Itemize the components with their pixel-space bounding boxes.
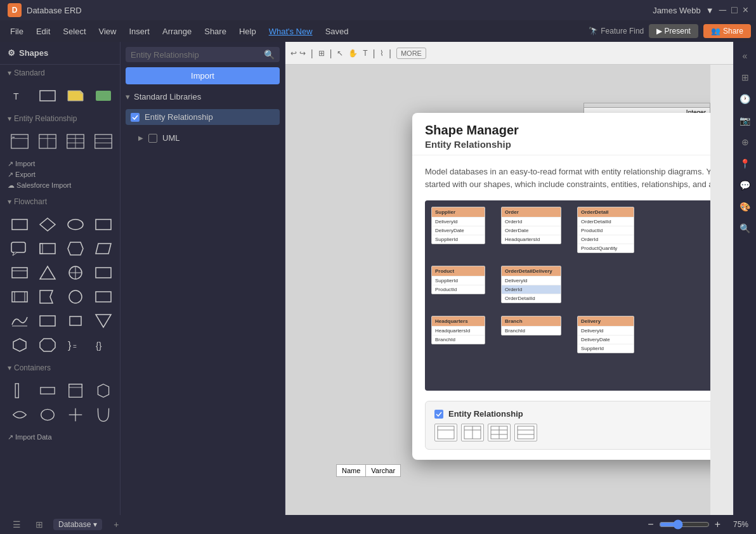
lib-item-er[interactable]: Entity Relationship — [126, 109, 280, 125]
pointer-btn[interactable]: ↖ — [337, 49, 343, 58]
present-button[interactable]: ▶ Present — [649, 24, 698, 38]
fc-shape-flag[interactable] — [36, 286, 60, 308]
search-input[interactable] — [131, 50, 260, 60]
fc-shape-rect[interactable] — [8, 214, 32, 235]
cont-shape-8[interactable] — [91, 404, 115, 426]
er-shape-3[interactable] — [63, 131, 88, 152]
search-panel-btn[interactable]: 🔍 — [736, 219, 754, 237]
sidebar-section-er[interactable]: ▾ Entity Relationship — [0, 110, 120, 127]
hand-btn[interactable]: ✋ — [348, 49, 358, 58]
uml-checkbox[interactable] — [148, 134, 157, 143]
menu-insert[interactable]: Insert — [124, 24, 155, 39]
fc-shape-circ2[interactable] — [63, 286, 88, 308]
undo-btn[interactable]: ↩ — [290, 49, 297, 58]
cont-shape-3[interactable] — [63, 380, 88, 401]
fc-shape-circle[interactable] — [63, 262, 88, 283]
menu-edit[interactable]: Edit — [31, 24, 55, 39]
canvas-area[interactable]: ↩ ↪ | ⊞ | ↖ ✋ T | ⌇ | MORE Integer — [285, 42, 733, 534]
camera-btn[interactable]: 📷 — [736, 112, 754, 129]
export-btn[interactable]: ↗ Export — [8, 171, 112, 179]
sidebar-section-flowchart[interactable]: ▾ Flowchart — [0, 193, 120, 210]
menu-whats-new[interactable]: What's New — [264, 24, 318, 39]
maximize-btn[interactable]: □ — [731, 4, 738, 16]
menu-share[interactable]: Share — [199, 24, 231, 39]
fc-shape-rect8[interactable] — [36, 310, 60, 332]
minimize-btn[interactable]: ─ — [719, 4, 726, 16]
menu-help[interactable]: Help — [234, 24, 261, 39]
er-shape-1[interactable]: ▬ — [8, 131, 32, 152]
fc-shape-oct[interactable] — [36, 334, 60, 356]
zoom-fit-btn[interactable]: ⊞ — [318, 49, 325, 58]
shape-green-rect[interactable] — [91, 85, 115, 107]
fc-shape-tri2[interactable] — [91, 310, 115, 332]
shape-text[interactable]: T — [8, 85, 32, 107]
text-btn[interactable]: T — [363, 49, 367, 58]
menu-file[interactable]: File — [5, 24, 29, 39]
divider4: | — [389, 48, 391, 58]
fc-shape-rect7[interactable] — [91, 286, 115, 308]
fc-shape-tri[interactable] — [36, 262, 60, 283]
clock-btn[interactable]: 🕐 — [736, 90, 754, 108]
shape-rect[interactable] — [36, 85, 60, 107]
fc-shape-brace1[interactable]: }= — [63, 334, 88, 356]
add-page-btn[interactable]: + — [107, 516, 125, 533]
fc-shape-para[interactable] — [91, 238, 115, 259]
cont-shape-5[interactable] — [8, 404, 32, 426]
zoom-slider[interactable] — [659, 519, 710, 530]
redo-btn[interactable]: ↪ — [299, 49, 306, 58]
import-data-btn[interactable]: ↗ Import Data — [8, 433, 112, 441]
import-btn[interactable]: ↗ Import — [8, 160, 112, 168]
sidebar-section-containers[interactable]: ▾ Containers — [0, 360, 120, 376]
search-icon[interactable]: 🔍 — [264, 49, 275, 60]
database-selector[interactable]: Database ▾ — [53, 519, 102, 530]
fc-shape-wave[interactable] — [8, 310, 32, 332]
list-view-btn[interactable]: ☰ — [8, 516, 25, 533]
fc-shape-hex2[interactable] — [8, 334, 32, 356]
menu-select[interactable]: Select — [58, 24, 91, 39]
location-btn[interactable]: 📍 — [736, 155, 754, 173]
fc-shape-rect2[interactable] — [91, 214, 115, 235]
share-button[interactable]: 👥 Share — [703, 24, 751, 38]
canvas-content[interactable]: Integer Varchar 1..* 1..* Name Varchar — [285, 65, 710, 515]
grid-view-btn[interactable]: ⊞ — [30, 516, 48, 533]
feature-find[interactable]: 🔭 Feature Find — [589, 27, 644, 36]
zoom-out-btn[interactable]: − — [648, 519, 653, 530]
cont-shape-4[interactable] — [91, 380, 115, 401]
menu-arrange[interactable]: Arrange — [157, 24, 197, 39]
shape-note[interactable] — [63, 85, 88, 107]
import-shape-btn[interactable]: Import — [126, 67, 280, 84]
more-btn[interactable]: MORE — [396, 48, 426, 59]
format-btn[interactable]: ⊞ — [736, 68, 754, 86]
fc-shape-sq[interactable] — [63, 310, 88, 332]
close-btn[interactable]: × — [743, 4, 748, 16]
cont-shape-6[interactable] — [36, 404, 60, 426]
collapse-panel-btn[interactable]: « — [736, 47, 754, 65]
cont-shape-7[interactable] — [63, 404, 88, 426]
fc-shape-rect6[interactable] — [8, 286, 32, 308]
fc-shape-rect3[interactable] — [36, 238, 60, 259]
comment-btn[interactable]: 💬 — [736, 176, 754, 194]
fc-shape-oval[interactable] — [63, 214, 88, 235]
fc-shape-brace2[interactable]: {} — [91, 334, 115, 356]
style-btn[interactable]: 🎨 — [736, 198, 754, 216]
fc-shape-hex[interactable] — [63, 238, 88, 259]
salesforce-btn[interactable]: ☁ Salesforce Import — [8, 181, 112, 190]
er-checkbox[interactable] — [131, 113, 140, 122]
menu-view[interactable]: View — [94, 24, 122, 39]
footer-checkbox[interactable] — [434, 410, 443, 419]
fc-shape-chat[interactable] — [8, 238, 32, 259]
cont-shape-2[interactable] — [36, 380, 60, 401]
er-shape-4[interactable] — [91, 131, 115, 152]
menu-saved[interactable]: Saved — [320, 24, 354, 39]
svg-rect-40 — [40, 316, 55, 326]
fc-shape-diamond[interactable] — [36, 214, 60, 235]
sidebar-section-standard[interactable]: ▾ Standard — [0, 65, 120, 81]
cont-shape-1[interactable] — [8, 380, 32, 401]
lib-item-uml[interactable]: ▶ UML — [126, 130, 280, 146]
layers-btn[interactable]: ⊕ — [736, 133, 754, 151]
conn-btn[interactable]: ⌇ — [380, 49, 384, 58]
er-shape-2[interactable] — [36, 131, 60, 152]
fc-shape-rect4[interactable] — [8, 262, 32, 283]
fc-shape-rect5[interactable] — [91, 262, 115, 283]
zoom-in-btn[interactable]: + — [715, 519, 720, 530]
